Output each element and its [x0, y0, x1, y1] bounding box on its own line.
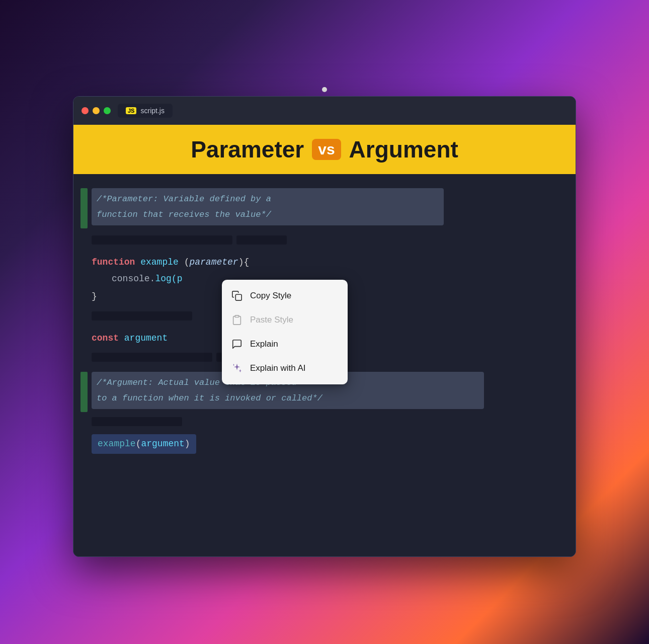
- copy-style-item[interactable]: Copy Style: [222, 284, 348, 308]
- svg-rect-1: [235, 315, 238, 317]
- banner: Parameter vs Argument: [73, 125, 576, 174]
- traffic-lights: [82, 107, 111, 114]
- example-name: example: [140, 257, 184, 267]
- explain-item[interactable]: Explain: [222, 332, 348, 356]
- context-menu: Copy Style Paste Style: [222, 280, 348, 384]
- example-call: example(argument): [92, 434, 196, 454]
- app-wrapper: JS script.js Parameter vs Argument /*Par…: [73, 87, 576, 557]
- minimize-button[interactable]: [93, 107, 100, 114]
- comment1-line1: /*Parameter: Variable defined by a: [97, 194, 271, 204]
- paste-icon: [231, 314, 243, 326]
- comment1-block: /*Parameter: Variable defined by a funct…: [92, 188, 444, 225]
- dot-indicator: [322, 87, 327, 92]
- ai-icon: [231, 362, 243, 374]
- titlebar: JS script.js: [73, 97, 576, 125]
- vs-badge: vs: [312, 139, 341, 160]
- explain-ai-item[interactable]: Explain with AI: [222, 356, 348, 380]
- banner-part2: Argument: [349, 136, 458, 163]
- file-tab[interactable]: JS script.js: [118, 104, 173, 118]
- paste-style-label: Paste Style: [250, 315, 293, 325]
- banner-part1: Parameter: [191, 136, 304, 163]
- comment1-line2: function that receives the value*/: [97, 210, 271, 219]
- explain-icon: [231, 338, 243, 350]
- function-line: function example (parameter){: [92, 255, 557, 270]
- banner-title: Parameter vs Argument: [85, 136, 564, 163]
- copy-icon: [231, 290, 243, 302]
- editor-window: JS script.js Parameter vs Argument /*Par…: [73, 96, 576, 557]
- paste-style-item[interactable]: Paste Style: [222, 308, 348, 332]
- comment2-line2: to a function when it is invoked or call…: [97, 393, 322, 403]
- js-badge: JS: [126, 107, 136, 114]
- tab-filename: script.js: [140, 107, 164, 115]
- code-area: /*Parameter: Variable defined by a funct…: [73, 174, 576, 556]
- function-keyword: function: [92, 257, 140, 267]
- copy-style-label: Copy Style: [250, 291, 291, 301]
- example-call-line: example(argument): [92, 434, 557, 454]
- param-name: parameter: [189, 257, 238, 267]
- explain-label: Explain: [250, 339, 278, 349]
- svg-rect-0: [235, 294, 241, 300]
- maximize-button[interactable]: [104, 107, 111, 114]
- close-button[interactable]: [82, 107, 89, 114]
- explain-ai-label: Explain with AI: [250, 363, 306, 373]
